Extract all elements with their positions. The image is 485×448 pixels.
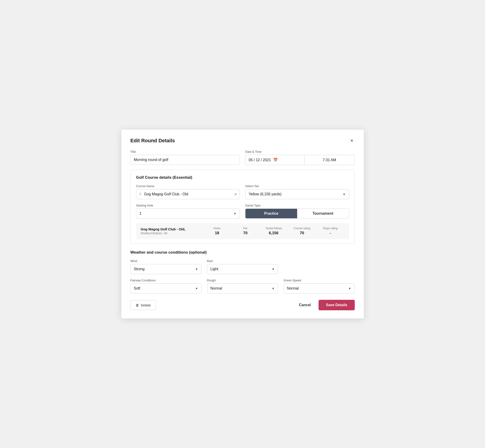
chevron-down-icon-5: ▼ [195, 287, 198, 290]
modal-header: Edit Round Details × [130, 138, 355, 144]
golf-course-section: Golf Course details (Essential) Course N… [130, 170, 355, 244]
yards-label: Yards(Yellow) [259, 227, 288, 230]
course-name-display: Gog Magog Golf Club - Old, [141, 227, 203, 231]
starting-hole-label: Starting Hole [136, 204, 240, 207]
chevron-down-icon-4: ▼ [272, 267, 275, 271]
wind-value: Strong [134, 267, 145, 271]
starting-hole-dropdown[interactable]: 1 ▼ [136, 208, 240, 218]
time-value: 7:31 AM [323, 158, 336, 162]
delete-button[interactable]: 🗑 Delete [130, 300, 156, 310]
wind-rain-row: Wind Strong ▼ Rain Light ▼ [130, 259, 355, 274]
holes-value: 18 [203, 231, 231, 235]
chevron-down-icon-2: ▼ [233, 212, 236, 215]
green-speed-group: Green Speed Normal ▼ [283, 279, 355, 293]
title-label: Title [130, 150, 240, 153]
fairway-label: Fairway Conditions [130, 279, 202, 282]
par-stat: Par 70 [231, 227, 259, 235]
chevron-down-icon-7: ▼ [348, 287, 351, 290]
trash-icon: 🗑 [136, 303, 139, 307]
slope-rating-value: - [316, 231, 344, 235]
fairway-dropdown[interactable]: Soft ▼ [130, 283, 202, 293]
time-field[interactable]: 7:31 AM [304, 155, 355, 165]
datetime-label: Date & Time [245, 150, 355, 153]
datetime-group: Date & Time 05 / 12 / 2021 📅 7:31 AM [245, 150, 355, 165]
par-label: Par [231, 227, 259, 230]
date-field[interactable]: 05 / 12 / 2021 📅 [245, 155, 304, 165]
conditions-section: Weather and course conditions (optional)… [130, 250, 355, 293]
holes-stat: Holes 18 [203, 227, 231, 235]
course-location: Shelford Bottom, UK [141, 232, 203, 235]
chevron-down-icon-6: ▼ [272, 287, 275, 290]
tournament-button[interactable]: Tournament [297, 209, 349, 218]
conditions-title: Weather and course conditions (optional) [130, 250, 355, 255]
course-name-group: Course Name ⚲ ✕ [136, 184, 240, 199]
close-button[interactable]: × [349, 138, 355, 144]
chevron-down-icon-3: ▼ [195, 267, 198, 271]
wind-dropdown[interactable]: Strong ▼ [130, 264, 202, 274]
wind-label: Wind [130, 259, 202, 263]
date-value: 05 / 12 / 2021 [249, 158, 271, 162]
course-rating-value: 70 [288, 231, 316, 235]
rough-value: Normal [210, 286, 222, 290]
green-speed-value: Normal [287, 286, 299, 290]
title-group: Title [130, 150, 240, 165]
par-value: 70 [231, 231, 259, 235]
wind-group: Wind Strong ▼ [130, 259, 202, 274]
clear-icon[interactable]: ✕ [234, 192, 237, 196]
rough-label: Rough [207, 279, 278, 282]
select-tee-group: Select Tee Yellow (6,156 yards) ▼ [245, 184, 349, 199]
select-tee-dropdown[interactable]: Yellow (6,156 yards) ▼ [245, 189, 349, 199]
slope-rating-label: Slope rating [316, 227, 344, 230]
yards-stat: Yards(Yellow) 6,156 [259, 227, 288, 235]
search-icon: ⚲ [139, 192, 141, 196]
game-type-label: Game Type [245, 204, 349, 207]
starting-hole-value: 1 [140, 211, 142, 216]
fairway-value: Soft [134, 286, 140, 290]
course-info-card: Gog Magog Golf Club - Old, Shelford Bott… [136, 223, 349, 239]
rough-dropdown[interactable]: Normal ▼ [207, 283, 278, 293]
calendar-icon: 📅 [273, 158, 278, 162]
course-rating-label: Course rating [288, 227, 316, 230]
golf-course-title: Golf Course details (Essential) [136, 175, 349, 180]
right-actions: Cancel Save Details [294, 300, 355, 310]
save-button[interactable]: Save Details [319, 300, 355, 310]
date-time-wrapper: 05 / 12 / 2021 📅 7:31 AM [245, 155, 355, 165]
modal-title: Edit Round Details [130, 138, 175, 144]
cancel-button[interactable]: Cancel [294, 300, 316, 310]
holes-label: Holes [203, 227, 231, 230]
starting-hole-group: Starting Hole 1 ▼ [136, 204, 240, 218]
chevron-down-icon: ▼ [343, 192, 346, 196]
game-type-toggle: Practice Tournament [245, 208, 349, 218]
select-tee-label: Select Tee [245, 184, 349, 188]
green-speed-dropdown[interactable]: Normal ▼ [283, 283, 355, 293]
game-type-group: Game Type Practice Tournament [245, 204, 349, 218]
course-tee-row: Course Name ⚲ ✕ Select Tee Yellow (6,156… [136, 184, 349, 199]
title-datetime-row: Title Date & Time 05 / 12 / 2021 📅 7:31 … [130, 150, 355, 165]
select-tee-value: Yellow (6,156 yards) [249, 192, 282, 196]
rough-group: Rough Normal ▼ [207, 279, 278, 293]
fairway-group: Fairway Conditions Soft ▼ [130, 279, 202, 293]
rain-group: Rain Light ▼ [207, 259, 278, 274]
fairway-rough-green-row: Fairway Conditions Soft ▼ Rough Normal ▼… [130, 279, 355, 293]
footer-row: 🗑 Delete Cancel Save Details [130, 300, 355, 310]
slope-rating-stat: Slope rating - [316, 227, 344, 235]
course-info-name: Gog Magog Golf Club - Old, Shelford Bott… [141, 227, 203, 235]
delete-label: Delete [141, 303, 151, 307]
edit-round-modal: Edit Round Details × Title Date & Time 0… [121, 129, 364, 319]
course-rating-stat: Course rating 70 [288, 227, 316, 235]
course-name-wrapper: ⚲ ✕ [136, 189, 240, 199]
course-name-input[interactable] [136, 189, 240, 199]
title-input[interactable] [130, 155, 240, 165]
green-speed-label: Green Speed [283, 279, 355, 282]
course-name-label: Course Name [136, 184, 240, 188]
practice-button[interactable]: Practice [245, 209, 297, 218]
rain-label: Rain [207, 259, 278, 263]
hole-gametype-row: Starting Hole 1 ▼ Game Type Practice Tou… [136, 204, 349, 218]
yards-value: 6,156 [259, 231, 288, 235]
rain-value: Light [210, 267, 218, 271]
rain-dropdown[interactable]: Light ▼ [207, 264, 278, 274]
